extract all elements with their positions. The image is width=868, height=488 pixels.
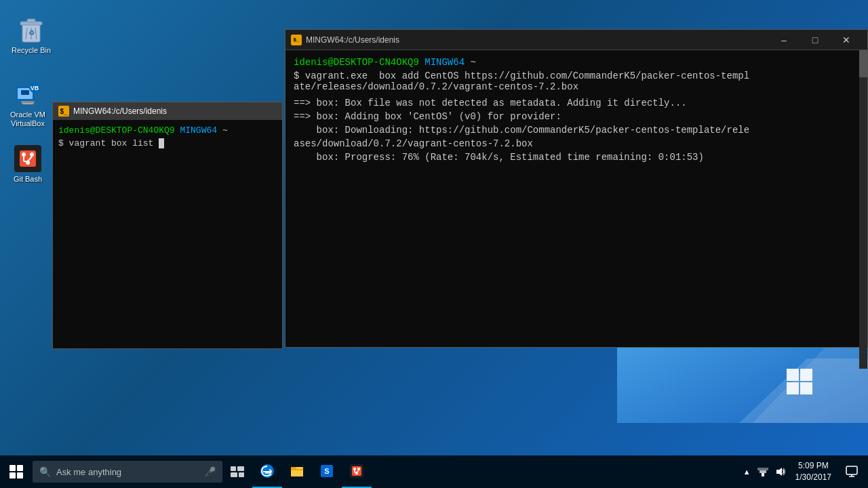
terminal-small-prompt: idenis@DESKTOP-CN4OKQ9 MINGW64 ~ <box>58 125 277 136</box>
terminal-small-title: MINGW64:/c/Users/idenis <box>73 106 167 116</box>
virtualbox-image: VB <box>14 81 41 108</box>
tl-out2: ==> box: Adding box 'CentOS' (v0) for pr… <box>294 111 859 122</box>
svg-rect-47 <box>760 470 766 473</box>
edge-icon <box>260 464 275 479</box>
terminal-large-title: MINGW64:/c/Users/idenis <box>306 35 764 45</box>
desktop: ♻ Recycle Bin VB Oracle VM VirtualBox <box>0 0 868 455</box>
volume-icon[interactable] <box>772 455 789 488</box>
virtualbox-icon[interactable]: VB Oracle VM VirtualBox <box>3 78 52 131</box>
svg-rect-48 <box>757 468 768 470</box>
ts-tilde: ~ <box>222 125 228 136</box>
tl-user: idenis@DESKTOP-CN4OKQ9 <box>294 57 419 68</box>
svg-rect-11 <box>22 103 33 104</box>
tl-path: MINGW64 <box>425 57 465 68</box>
minimize-button[interactable]: – <box>768 30 800 50</box>
tl-out4: ases/download/0.7.2/vagrant-centos-7.2.b… <box>294 138 859 149</box>
search-icon: 🔍 <box>39 466 51 477</box>
svg-rect-25 <box>787 382 799 394</box>
tl-out1: ==> box: Box file was not detected as me… <box>294 98 859 108</box>
taskbar-search[interactable]: 🔍 Ask me anything 🎤 <box>33 461 222 483</box>
virtualbox-label: Oracle VM VirtualBox <box>6 110 50 128</box>
terminal-small-window[interactable]: $_ MINGW64:/c/Users/idenis idenis@DESKTO… <box>52 102 283 349</box>
task-view-button[interactable] <box>222 455 252 488</box>
svg-rect-30 <box>239 472 244 477</box>
terminal-small-titlebar: $_ MINGW64:/c/Users/idenis <box>53 102 282 120</box>
svg-rect-27 <box>231 466 236 471</box>
svg-rect-2 <box>27 19 35 22</box>
svg-rect-23 <box>787 369 799 381</box>
ts-user: idenis@DESKTOP-CN4OKQ9 <box>58 125 175 136</box>
tray-expand[interactable]: ▲ <box>741 455 753 488</box>
terminal-small-icon: $_ <box>58 106 69 117</box>
terminal-large-content: idenis@DESKTOP-CN4OKQ9 MINGW64 ~ $ vagra… <box>285 50 867 347</box>
tl-cmd-line: $ vagrant.exe box add CentOS https://git… <box>294 70 859 81</box>
svg-point-40 <box>353 468 356 470</box>
taskbar: 🔍 Ask me anything 🎤 <box>0 455 868 488</box>
clock-time: 5:09 PM <box>798 460 829 472</box>
terminal-scroll-thumb[interactable] <box>859 50 867 77</box>
task-view-icon <box>231 466 244 477</box>
mic-icon[interactable]: 🎤 <box>204 466 216 477</box>
recycle-bin-image: ♻ <box>18 16 45 43</box>
tray-expand-icon: ▲ <box>743 468 751 476</box>
terminal-large-window[interactable]: $_ MINGW64:/c/Users/idenis – □ ✕ idenis@… <box>285 29 868 348</box>
svg-rect-35 <box>291 469 303 470</box>
volume-svg-icon <box>775 466 786 477</box>
svg-text:♻: ♻ <box>28 29 35 37</box>
network-svg-icon <box>757 466 768 477</box>
recycle-bin-label: Recycle Bin <box>12 46 51 55</box>
tl-cmd-line2: ate/releases/download/0.7.2/vagrant-cent… <box>294 81 859 92</box>
svg-rect-9 <box>21 90 29 95</box>
terminal-large-icon: $_ <box>291 35 302 45</box>
taskbar-gitbash-icon <box>349 464 364 479</box>
cursor <box>159 138 164 148</box>
svg-text:S: S <box>324 467 329 475</box>
close-button[interactable]: ✕ <box>831 30 862 50</box>
start-button[interactable] <box>0 455 33 488</box>
svg-point-17 <box>30 152 34 157</box>
taskbar-store[interactable]: S <box>312 455 342 488</box>
terminal-large-titlebar: $_ MINGW64:/c/Users/idenis – □ ✕ <box>285 30 867 50</box>
ts-path: MINGW64 <box>180 125 217 136</box>
tl-prompt-line: idenis@DESKTOP-CN4OKQ9 MINGW64 ~ <box>294 57 859 68</box>
clock-date: 1/30/2017 <box>795 472 831 483</box>
svg-point-41 <box>357 468 360 470</box>
tl-out3: box: Downloading: https://github.com/Com… <box>294 125 859 136</box>
network-icon[interactable] <box>755 455 771 488</box>
terminal-small-content: idenis@DESKTOP-CN4OKQ9 MINGW64 ~ $ vagra… <box>53 120 282 348</box>
taskbar-gitbash[interactable] <box>342 455 372 488</box>
gitbash-image <box>14 145 41 172</box>
taskbar-explorer[interactable] <box>282 455 312 488</box>
gitbash-icon[interactable]: Git Bash <box>3 142 52 186</box>
explorer-icon <box>290 464 304 479</box>
taskbar-system-tray: ▲ 5:09 PM 1/30/2017 <box>741 455 868 488</box>
taskbar-clock[interactable]: 5:09 PM 1/30/2017 <box>790 455 837 488</box>
taskbar-edge[interactable] <box>252 455 282 488</box>
taskbar-apps: S <box>252 455 372 488</box>
svg-rect-46 <box>762 473 764 476</box>
svg-marker-49 <box>776 468 782 476</box>
svg-text:VB: VB <box>31 85 39 92</box>
search-placeholder-text: Ask me anything <box>56 467 121 477</box>
maximize-button[interactable]: □ <box>800 30 831 50</box>
store-icon: S <box>319 464 334 479</box>
svg-rect-29 <box>231 472 237 477</box>
svg-rect-50 <box>846 466 857 474</box>
svg-rect-28 <box>237 466 244 471</box>
notification-center-button[interactable] <box>838 455 865 488</box>
tl-out5: box: Progress: 76% (Rate: 704k/s, Estima… <box>294 152 859 163</box>
recycle-bin-icon[interactable]: ♻ Recycle Bin <box>7 14 56 58</box>
window-controls: – □ ✕ <box>768 30 862 50</box>
svg-rect-24 <box>800 369 812 381</box>
windows-logo <box>9 465 23 479</box>
notification-icon <box>846 466 858 478</box>
tl-tilde: ~ <box>470 57 475 68</box>
terminal-small-command: $ vagrant box list <box>58 138 277 148</box>
svg-point-16 <box>22 152 26 157</box>
terminal-scrollbar[interactable] <box>859 50 867 369</box>
gitbash-label: Git Bash <box>14 175 42 184</box>
svg-rect-26 <box>800 382 812 394</box>
